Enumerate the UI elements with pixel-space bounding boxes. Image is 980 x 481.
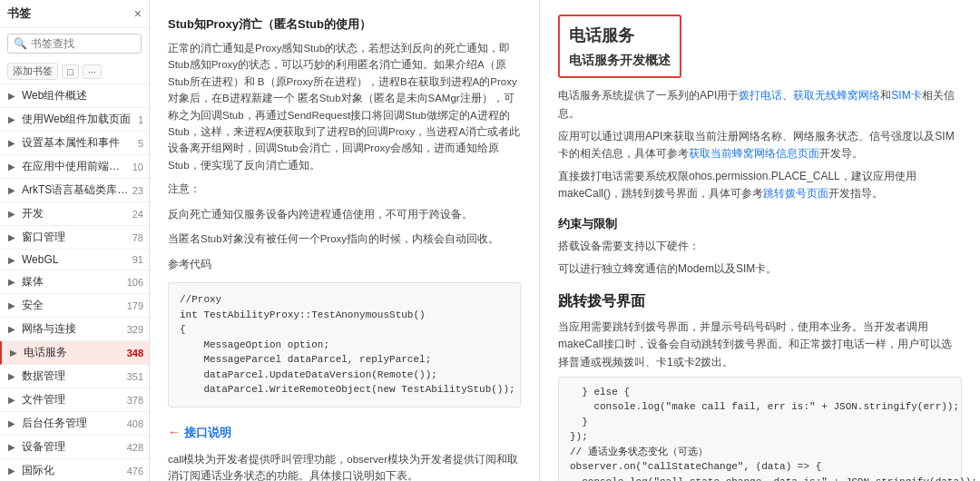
sidebar-item-file-mgmt[interactable]: ▶文件管理378 [0,388,149,412]
sidebar-item-label-basic-props: 设置基本属性和事件 [22,135,134,151]
search-icon: 🔍 [14,37,27,50]
sidebar-item-count-device-mgmt: 428 [127,442,143,453]
right-intro-section: 电话服务系统提供了一系列的API用于拨打电话、获取无线蜂窝网络和SIM卡相关信息… [558,87,962,202]
sidebar-item-label-network: 网络与连接 [22,321,123,337]
sidebar-item-icon-basic-props: ▶ [5,137,18,150]
sidebar-item-icon-device-mgmt: ▶ [5,441,18,454]
link-network[interactable]: 获取无线蜂窝网络 [793,89,880,102]
sidebar-item-label-security: 安全 [22,298,123,313]
constraints-para-2: 可以进行独立蜂窝通信的Modem以及SIM卡。 [558,260,962,278]
sidebar-item-count-security: 179 [127,300,143,311]
sidebar-item-label-dev: 开发 [22,206,129,221]
doc-note: 注意： [168,181,521,199]
sidebar-list: ▶Web组件概述▶使用Web组件加载页面1▶设置基本属性和事件5▶在应用中使用前… [0,84,149,481]
sidebar-item-label-bg-task: 后台任务管理 [22,416,123,431]
sidebar-item-label-i18n: 国际化 [22,463,123,478]
sidebar-item-label-webgl: WebGL [22,253,129,266]
constraints-para-1: 搭载设备需要支持以下硬件： [558,238,962,255]
sidebar-item-label-arkts-overview: ArkTS语言基础类库概述 [22,182,129,198]
sidebar-item-count-webgl: 91 [132,254,143,265]
sidebar-item-icon-window-mgmt: ▶ [5,231,18,244]
right-panel: 电话服务 电话服务开发概述 电话服务系统提供了一系列的API用于拨打电话、获取无… [540,0,980,481]
link-make-call[interactable]: 拨打电话 [739,89,782,102]
doc-panel: Stub知Proxy消亡（匿名Stub的使用） 正常的消亡通知是Proxy感知S… [150,0,540,481]
interface-title[interactable]: 接口说明 [184,423,231,443]
sidebar-item-icon-webgl: ▶ [5,253,18,266]
sidebar-item-label-use-web: 使用Web组件加载页面 [22,112,134,127]
sidebar-item-icon-data-mgmt: ▶ [5,370,18,383]
stub-proxy-title: Stub知Proxy消亡（匿名Stub的使用） [168,15,521,34]
sidebar-item-icon-telephony: ▶ [7,347,20,359]
sidebar-item-arkts-overview[interactable]: ▶ArkTS语言基础类库概述23 [0,179,149,202]
sidebar-item-count-network: 329 [127,324,143,335]
add-bookmark-button[interactable]: 添加书签 [7,63,58,80]
sidebar-item-count-basic-props: 5 [138,138,143,149]
doc-ref-code: 参考代码 [168,256,521,274]
sidebar-title: 书签 [7,5,31,22]
constraints-title: 约束与限制 [558,214,962,234]
sidebar-item-network[interactable]: ▶网络与连接329 [0,318,149,341]
sidebar-item-icon-media: ▶ [5,276,18,289]
link-network-info[interactable]: 获取当前蜂窝网络信息页面 [689,147,819,160]
right-header-box: 电话服务 电话服务开发概述 [558,15,681,78]
sidebar-item-js-in-app[interactable]: ▶在应用中使用前端页面JavaSc ript10 [0,155,149,179]
sidebar-item-data-mgmt[interactable]: ▶数据管理351 [0,365,149,388]
doc-para-1: 正常的消亡通知是Proxy感知Stub的状态，若想达到反向的死亡通知，即Stub… [168,40,521,173]
doc-note-1: 反向死亡通知仅服务设备内跨进程通信使用，不可用于跨设备。 [168,206,521,224]
proxy-code-block: //Proxy int TestAbilityProxy::TestAnonym… [168,282,521,407]
sidebar-item-icon-js-in-app: ▶ [5,161,18,173]
sidebar-item-label-window-mgmt: 窗口管理 [22,230,129,245]
right-main-title: 电话服务 [569,22,671,50]
sidebar-item-count-window-mgmt: 78 [132,232,143,243]
sidebar-item-label-data-mgmt: 数据管理 [22,368,123,384]
sidebar-item-count-arkts-overview: 23 [132,185,143,196]
sidebar-item-label-web-components: Web组件概述 [22,88,140,103]
sidebar-item-web-components[interactable]: ▶Web组件概述 [0,84,149,108]
right-para-1: 电话服务系统提供了一系列的API用于拨打电话、获取无线蜂窝网络和SIM卡相关信息… [558,87,962,122]
left-arrow-icon: ← [168,422,181,444]
sidebar-item-window-mgmt[interactable]: ▶窗口管理78 [0,226,149,250]
link-dialpad[interactable]: 跳转拨号页面 [763,187,828,200]
sidebar-item-label-telephony: 电话服务 [24,345,123,360]
sidebar-item-use-web[interactable]: ▶使用Web组件加载页面1 [0,108,149,132]
right-para-3: 直接拨打电话需要系统权限ohos.permission.PLACE_CALL，建… [558,168,962,202]
sidebar-item-label-js-in-app: 在应用中使用前端页面JavaSc ript [22,159,129,174]
sidebar-item-count-bg-task: 408 [127,418,143,429]
sidebar-item-webgl[interactable]: ▶WebGL91 [0,250,149,270]
sidebar-item-device-mgmt[interactable]: ▶设备管理428 [0,436,149,459]
sidebar-item-icon-security: ▶ [5,299,18,312]
sidebar-item-count-media: 106 [127,277,143,288]
bookmark-view-toggle[interactable]: □ [62,64,79,79]
dialpad-para-1: 当应用需要跳转到拨号界面，并显示号码号码时，使用本业务。当开发者调用makeCa… [558,319,962,371]
sidebar-header: 书签 × [0,0,149,28]
sidebar-item-label-device-mgmt: 设备管理 [22,439,123,455]
sidebar-item-media[interactable]: ▶媒体106 [0,270,149,294]
sidebar-item-label-media: 媒体 [22,274,123,290]
bookmark-more-button[interactable]: ··· [83,64,102,79]
sidebar-actions: 添加书签 □ ··· [0,59,149,84]
link-sim[interactable]: SIM卡 [891,89,921,102]
sidebar-item-bg-task[interactable]: ▶后台任务管理408 [0,412,149,436]
sidebar: 书签 × 🔍 添加书签 □ ··· ▶Web组件概述▶使用Web组件加载页面1▶… [0,0,150,481]
sidebar-search-box[interactable]: 🔍 [7,34,142,54]
doc-note-2: 当匿名Stub对象没有被任何一个Proxy指向的时候，内核会自动回收。 [168,231,521,249]
sidebar-close-button[interactable]: × [134,6,142,21]
interface-desc: call模块为开发者提供呼叫管理功能，observer模块为开发者提供订阅和取消… [168,451,521,481]
sidebar-item-count-i18n: 476 [127,466,143,476]
sidebar-item-i18n[interactable]: ▶国际化476 [0,459,149,481]
main-content: Stub知Proxy消亡（匿名Stub的使用） 正常的消亡通知是Proxy感知S… [150,0,980,481]
sidebar-item-count-file-mgmt: 378 [127,395,143,406]
sidebar-item-count-dev: 24 [132,209,143,220]
sidebar-item-count-data-mgmt: 351 [127,371,143,382]
sidebar-item-telephony[interactable]: ▶电话服务348 [0,341,149,365]
search-input[interactable] [31,37,135,50]
sidebar-item-security[interactable]: ▶安全179 [0,294,149,318]
sidebar-item-basic-props[interactable]: ▶设置基本属性和事件5 [0,132,149,155]
sidebar-item-label-file-mgmt: 文件管理 [22,392,123,407]
sidebar-item-dev[interactable]: ▶开发24 [0,202,149,226]
right-sub-title: 电话服务开发概述 [569,50,671,72]
sidebar-item-count-telephony: 348 [127,348,143,358]
sidebar-item-count-js-in-app: 10 [132,162,143,172]
interface-section: ← 接口说明 call模块为开发者提供呼叫管理功能，observer模块为开发者… [168,422,521,481]
sidebar-item-icon-bg-task: ▶ [5,417,18,430]
